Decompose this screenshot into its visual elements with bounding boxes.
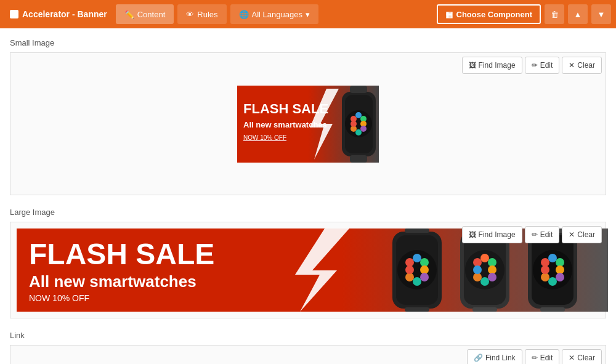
chevron-down-icon: ▾ xyxy=(306,10,310,19)
svg-point-31 xyxy=(420,265,429,274)
small-clear-label: Clear xyxy=(577,61,595,70)
find-link-button[interactable]: 🔗 Find Link xyxy=(467,349,522,364)
large-edit-label: Edit xyxy=(540,230,553,239)
svg-text:FLASH SALE: FLASH SALE xyxy=(29,238,214,270)
large-image-section: Large Image 🖼 Find Image ✏ Edit ✕ Clear xyxy=(10,208,606,318)
main-toolbar: Accelerator - Banner ✏️ Content 👁 Rules … xyxy=(0,0,616,28)
svg-text:All new smartwatches: All new smartwatches xyxy=(29,272,197,291)
large-image-actions: 🖼 Find Image ✏ Edit ✕ Clear xyxy=(462,226,602,243)
eye-icon: 👁 xyxy=(186,10,194,19)
chevron-down-icon: ▼ xyxy=(598,10,606,19)
svg-rect-18 xyxy=(350,86,367,93)
small-image-actions: 🖼 Find Image ✏ Edit ✕ Clear xyxy=(462,57,602,74)
image-icon: 🖼 xyxy=(469,230,476,239)
svg-point-32 xyxy=(420,273,429,281)
svg-point-59 xyxy=(548,277,557,286)
svg-point-42 xyxy=(480,254,489,262)
chevron-up-icon: ▲ xyxy=(574,10,582,19)
trash-icon: 🗑 xyxy=(551,10,559,19)
large-edit-button[interactable]: ✏ Edit xyxy=(525,226,560,243)
small-clear-button[interactable]: ✕ Clear xyxy=(562,57,602,74)
edit-icon: ✏ xyxy=(532,230,538,239)
svg-point-46 xyxy=(480,277,489,286)
svg-point-55 xyxy=(548,254,557,262)
link-label: Link xyxy=(10,331,606,340)
svg-point-57 xyxy=(556,265,564,274)
large-clear-button[interactable]: ✕ Clear xyxy=(562,226,602,243)
pencil-icon: ✏️ xyxy=(124,10,134,19)
globe-icon: 🌐 xyxy=(239,10,249,19)
nav-up-button[interactable]: ▲ xyxy=(568,4,588,24)
svg-rect-50 xyxy=(472,307,497,312)
brand-icon xyxy=(10,10,18,18)
delete-button[interactable]: 🗑 xyxy=(545,4,564,24)
link-edit-label: Edit xyxy=(540,354,553,362)
link-body: 🔗 Find Link ✏ Edit ✕ Clear ⧉ Smart Watch… xyxy=(10,345,606,364)
svg-point-34 xyxy=(405,273,414,281)
svg-point-45 xyxy=(488,273,496,281)
tab-content[interactable]: ✏️ Content xyxy=(116,4,174,24)
svg-rect-19 xyxy=(350,155,367,163)
svg-point-28 xyxy=(405,258,414,267)
link-actions: 🔗 Find Link ✏ Edit ✕ Clear xyxy=(467,349,602,364)
tab-language[interactable]: 🌐 All Languages ▾ xyxy=(230,4,318,24)
edit-icon: ✏ xyxy=(532,61,538,70)
svg-point-35 xyxy=(405,265,414,274)
tab-language-label: All Languages xyxy=(252,10,302,19)
main-content: Small Image 🖼 Find Image ✏ Edit ✕ Clear xyxy=(0,28,616,364)
link-icon: 🔗 xyxy=(474,354,483,362)
brand-label: Accelerator - Banner xyxy=(5,9,112,19)
svg-rect-37 xyxy=(405,307,429,312)
svg-point-41 xyxy=(473,258,482,267)
image-icon: 🖼 xyxy=(469,61,476,70)
svg-point-15 xyxy=(355,129,362,135)
choose-component-label: Choose Component xyxy=(456,10,533,19)
toolbar-right: ▦ Choose Component 🗑 ▲ ▼ xyxy=(437,4,612,24)
svg-point-14 xyxy=(360,126,367,132)
large-clear-label: Clear xyxy=(577,230,595,239)
svg-text:NOW 10% OFF: NOW 10% OFF xyxy=(29,293,89,303)
svg-text:All new smartwatches: All new smartwatches xyxy=(243,120,327,129)
choose-component-button[interactable]: ▦ Choose Component xyxy=(437,4,541,24)
svg-point-47 xyxy=(473,273,482,281)
find-link-label: Find Link xyxy=(485,354,516,362)
small-find-label: Find Image xyxy=(479,61,516,70)
svg-rect-36 xyxy=(405,229,429,233)
small-image-body: 🖼 Find Image ✏ Edit ✕ Clear xyxy=(10,52,606,195)
link-clear-button[interactable]: ✕ Clear xyxy=(562,349,602,364)
large-image-label: Large Image xyxy=(10,208,606,217)
clear-icon: ✕ xyxy=(569,230,575,239)
clear-icon: ✕ xyxy=(569,354,575,362)
small-banner-preview: FLASH SALE All new smartwatches NOW 10% … xyxy=(237,86,379,163)
svg-point-60 xyxy=(541,273,549,281)
svg-point-58 xyxy=(556,273,564,281)
tab-rules[interactable]: 👁 Rules xyxy=(177,4,226,24)
link-clear-label: Clear xyxy=(577,354,595,362)
clear-icon: ✕ xyxy=(569,61,575,70)
svg-point-30 xyxy=(420,258,429,267)
svg-point-61 xyxy=(541,265,549,274)
small-edit-button[interactable]: ✏ Edit xyxy=(525,57,560,74)
large-find-label: Find Image xyxy=(479,230,516,239)
small-find-image-button[interactable]: 🖼 Find Image xyxy=(462,57,522,74)
nav-down-button[interactable]: ▼ xyxy=(591,4,611,24)
large-image-body: 🖼 Find Image ✏ Edit ✕ Clear xyxy=(10,222,606,318)
small-image-container: FLASH SALE All new smartwatches NOW 10% … xyxy=(10,53,606,195)
svg-point-33 xyxy=(413,277,421,286)
svg-text:NOW 10% OFF: NOW 10% OFF xyxy=(243,134,286,141)
svg-point-11 xyxy=(355,112,362,118)
svg-point-17 xyxy=(351,121,357,127)
tab-content-label: Content xyxy=(137,10,166,19)
svg-point-48 xyxy=(473,265,482,274)
small-edit-label: Edit xyxy=(540,61,553,70)
brand-text: Accelerator - Banner xyxy=(22,9,107,19)
svg-text:FLASH SALE: FLASH SALE xyxy=(243,101,328,116)
svg-point-29 xyxy=(413,254,421,262)
large-find-image-button[interactable]: 🖼 Find Image xyxy=(462,226,522,243)
link-edit-button[interactable]: ✏ Edit xyxy=(525,349,560,364)
grid-icon: ▦ xyxy=(445,10,453,19)
svg-point-44 xyxy=(488,265,496,274)
small-image-label: Small Image xyxy=(10,38,606,47)
edit-icon: ✏ xyxy=(532,354,538,362)
small-image-section: Small Image 🖼 Find Image ✏ Edit ✕ Clear xyxy=(10,38,606,195)
